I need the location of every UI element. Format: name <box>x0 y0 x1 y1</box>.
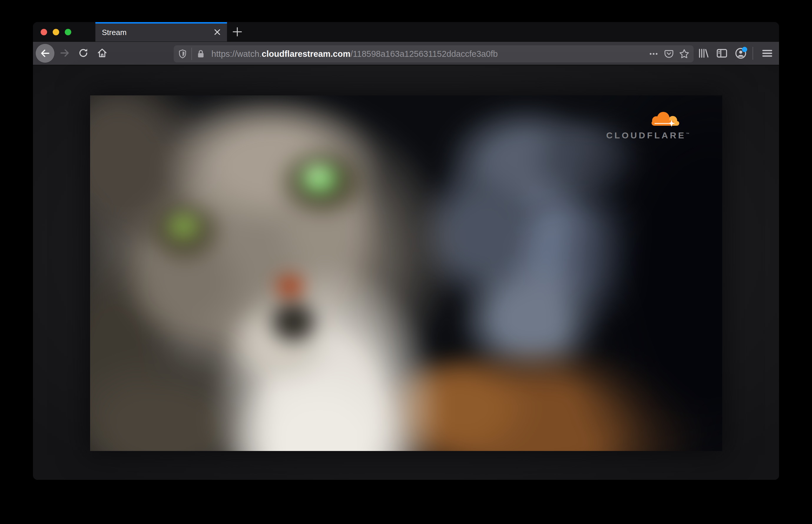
account-icon[interactable] <box>732 45 749 62</box>
screenshot-root: Stream <box>0 0 812 524</box>
navigation-toolbar: https://watch.cloudflarestream.com/11859… <box>33 42 779 65</box>
menu-hamburger-icon[interactable] <box>759 45 776 62</box>
close-window-button[interactable] <box>40 29 47 35</box>
forward-button[interactable] <box>59 47 71 59</box>
scene-blob <box>555 95 722 451</box>
tab-bar: Stream <box>33 22 779 42</box>
minimize-window-button[interactable] <box>53 29 59 35</box>
pocket-icon[interactable] <box>663 47 676 60</box>
toolbar-divider <box>752 47 753 60</box>
reload-icon <box>78 47 89 59</box>
sidebar-toggle-icon[interactable] <box>714 45 730 62</box>
cloudflare-cloud-icon <box>647 110 688 130</box>
plus-icon <box>232 27 243 37</box>
url-domain: cloudflarestream.com <box>262 49 350 59</box>
zoom-window-button[interactable] <box>65 29 71 35</box>
new-tab-button[interactable] <box>229 27 246 37</box>
bookmark-star-icon[interactable] <box>678 47 691 60</box>
https-lock-icon[interactable] <box>195 48 207 60</box>
library-icon[interactable] <box>695 45 711 62</box>
url-protocol-subdomain: https://watch. <box>211 49 262 59</box>
url-text: https://watch.cloudflarestream.com/11859… <box>211 49 498 59</box>
page-content: CLOUDFLARE™ <box>33 65 779 480</box>
tab-title: Stream <box>102 23 127 42</box>
toolbar-right-cluster <box>693 42 779 65</box>
close-tab-icon[interactable] <box>213 28 222 36</box>
scene-blob <box>163 210 204 243</box>
back-arrow-icon <box>39 48 51 59</box>
browser-window: Stream <box>33 22 779 480</box>
tab-stream[interactable]: Stream <box>95 22 227 42</box>
home-button[interactable] <box>96 47 108 59</box>
url-path: /118598a163a125631152ddaccfe3a0fb <box>350 49 498 59</box>
tracking-protection-shield-icon[interactable] <box>177 48 189 60</box>
cloudflare-brand-text: CLOUDFLARE™ <box>606 130 689 141</box>
trademark-mark: ™ <box>686 132 689 136</box>
video-poster-blurry-cat <box>90 95 722 451</box>
video-player[interactable]: CLOUDFLARE™ <box>90 95 722 451</box>
scene-blob <box>272 272 308 301</box>
window-controls <box>40 29 71 35</box>
page-actions-icon[interactable] <box>647 47 660 60</box>
reload-button[interactable] <box>78 47 89 59</box>
notification-dot <box>742 47 747 52</box>
scene-blob <box>305 165 328 185</box>
scene-blob <box>265 297 321 347</box>
url-bar[interactable]: https://watch.cloudflarestream.com/11859… <box>174 45 694 62</box>
home-icon <box>97 47 108 59</box>
cloudflare-logo: CLOUDFLARE™ <box>606 110 689 141</box>
url-bar-divider <box>191 48 192 60</box>
forward-arrow-icon <box>59 47 70 59</box>
back-button[interactable] <box>35 44 55 63</box>
